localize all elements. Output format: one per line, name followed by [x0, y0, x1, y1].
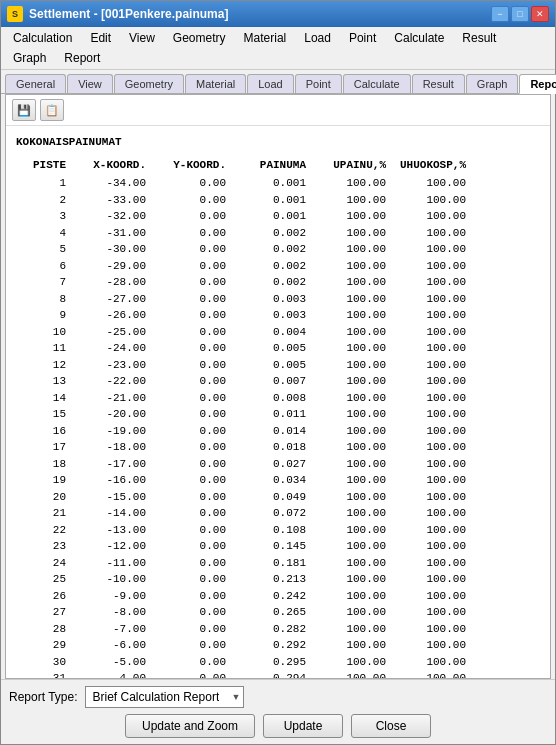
report-title: KOKONAISPAINUMAT — [16, 134, 540, 151]
cell-2-4: 100.00 — [306, 208, 386, 225]
cell-29-3: 0.295 — [226, 654, 306, 671]
menu-item-point[interactable]: Point — [341, 29, 384, 47]
cell-17-2: 0.00 — [146, 456, 226, 473]
cell-25-0: 26 — [16, 588, 66, 605]
tab-material[interactable]: Material — [185, 74, 246, 93]
cell-13-4: 100.00 — [306, 390, 386, 407]
cell-24-2: 0.00 — [146, 571, 226, 588]
cell-29-2: 0.00 — [146, 654, 226, 671]
cell-5-2: 0.00 — [146, 258, 226, 275]
cell-9-0: 10 — [16, 324, 66, 341]
tab-general[interactable]: General — [5, 74, 66, 93]
tab-point[interactable]: Point — [295, 74, 342, 93]
tab-graph[interactable]: Graph — [466, 74, 519, 93]
cell-13-3: 0.008 — [226, 390, 306, 407]
report-scroll[interactable]: KOKONAISPAINUMAT PISTE X-KOORD. Y-KOORD.… — [6, 126, 550, 678]
cell-23-3: 0.181 — [226, 555, 306, 572]
header-piste: PISTE — [16, 157, 66, 174]
report-type-select[interactable]: Brief Calculation ReportFull Calculation… — [85, 686, 244, 708]
table-row: 16-19.000.000.014100.00100.00 — [16, 423, 540, 440]
cell-26-3: 0.265 — [226, 604, 306, 621]
cell-1-4: 100.00 — [306, 192, 386, 209]
cell-1-3: 0.001 — [226, 192, 306, 209]
menu-item-calculate[interactable]: Calculate — [386, 29, 452, 47]
cell-15-0: 16 — [16, 423, 66, 440]
update-zoom-button[interactable]: Update and Zoom — [125, 714, 255, 738]
cell-15-4: 100.00 — [306, 423, 386, 440]
cell-22-1: -12.00 — [66, 538, 146, 555]
cell-25-1: -9.00 — [66, 588, 146, 605]
cell-7-0: 8 — [16, 291, 66, 308]
table-row: 5-30.000.000.002100.00100.00 — [16, 241, 540, 258]
cell-12-4: 100.00 — [306, 373, 386, 390]
cell-25-3: 0.242 — [226, 588, 306, 605]
cell-30-2: 0.00 — [146, 670, 226, 678]
title-bar-left: S Settlement - [001Penkere.painuma] — [7, 6, 228, 22]
cell-16-4: 100.00 — [306, 439, 386, 456]
cell-5-3: 0.002 — [226, 258, 306, 275]
menu-item-graph[interactable]: Graph — [5, 49, 54, 67]
tab-geometry[interactable]: Geometry — [114, 74, 184, 93]
cell-22-5: 100.00 — [386, 538, 466, 555]
table-row: 9-26.000.000.003100.00100.00 — [16, 307, 540, 324]
cell-14-3: 0.011 — [226, 406, 306, 423]
cell-23-4: 100.00 — [306, 555, 386, 572]
menu-item-edit[interactable]: Edit — [82, 29, 119, 47]
menu-item-report[interactable]: Report — [56, 49, 108, 67]
table-row: 27-8.000.000.265100.00100.00 — [16, 604, 540, 621]
minimize-button[interactable]: − — [491, 6, 509, 22]
table-row: 12-23.000.000.005100.00100.00 — [16, 357, 540, 374]
cell-26-4: 100.00 — [306, 604, 386, 621]
tab-result[interactable]: Result — [412, 74, 465, 93]
cell-11-1: -23.00 — [66, 357, 146, 374]
toolbar: 💾 📋 — [6, 95, 550, 126]
cell-18-3: 0.034 — [226, 472, 306, 489]
menu-item-material[interactable]: Material — [236, 29, 295, 47]
table-row: 26-9.000.000.242100.00100.00 — [16, 588, 540, 605]
tabs-bar: GeneralViewGeometryMaterialLoadPointCalc… — [1, 70, 555, 94]
menu-item-geometry[interactable]: Geometry — [165, 29, 234, 47]
title-bar-buttons: − □ ✕ — [491, 6, 549, 22]
cell-3-2: 0.00 — [146, 225, 226, 242]
cell-6-2: 0.00 — [146, 274, 226, 291]
tab-calculate[interactable]: Calculate — [343, 74, 411, 93]
tab-report[interactable]: Report — [519, 74, 556, 94]
table-row: 18-17.000.000.027100.00100.00 — [16, 456, 540, 473]
save-button[interactable]: 💾 — [12, 99, 36, 121]
tab-load[interactable]: Load — [247, 74, 293, 93]
cell-10-0: 11 — [16, 340, 66, 357]
update-button[interactable]: Update — [263, 714, 343, 738]
cell-3-4: 100.00 — [306, 225, 386, 242]
menu-item-result[interactable]: Result — [454, 29, 504, 47]
report-rows: 1-34.000.000.001100.00100.002-33.000.000… — [16, 175, 540, 678]
cell-4-2: 0.00 — [146, 241, 226, 258]
cell-17-0: 18 — [16, 456, 66, 473]
close-button[interactable]: Close — [351, 714, 431, 738]
cell-24-3: 0.213 — [226, 571, 306, 588]
maximize-button[interactable]: □ — [511, 6, 529, 22]
cell-18-1: -16.00 — [66, 472, 146, 489]
cell-26-1: -8.00 — [66, 604, 146, 621]
cell-20-3: 0.072 — [226, 505, 306, 522]
menu-item-load[interactable]: Load — [296, 29, 339, 47]
close-window-button[interactable]: ✕ — [531, 6, 549, 22]
cell-13-2: 0.00 — [146, 390, 226, 407]
cell-4-4: 100.00 — [306, 241, 386, 258]
cell-29-4: 100.00 — [306, 654, 386, 671]
menu-item-calculation[interactable]: Calculation — [5, 29, 80, 47]
cell-30-4: 100.00 — [306, 670, 386, 678]
cell-27-5: 100.00 — [386, 621, 466, 638]
cell-10-1: -24.00 — [66, 340, 146, 357]
copy-button[interactable]: 📋 — [40, 99, 64, 121]
header-uhuoko: UHUOKOSP,% — [386, 157, 466, 174]
table-row: 4-31.000.000.002100.00100.00 — [16, 225, 540, 242]
cell-8-5: 100.00 — [386, 307, 466, 324]
menu-item-view[interactable]: View — [121, 29, 163, 47]
cell-5-1: -29.00 — [66, 258, 146, 275]
cell-19-4: 100.00 — [306, 489, 386, 506]
cell-4-5: 100.00 — [386, 241, 466, 258]
cell-19-2: 0.00 — [146, 489, 226, 506]
cell-20-4: 100.00 — [306, 505, 386, 522]
tab-view[interactable]: View — [67, 74, 113, 93]
cell-4-0: 5 — [16, 241, 66, 258]
